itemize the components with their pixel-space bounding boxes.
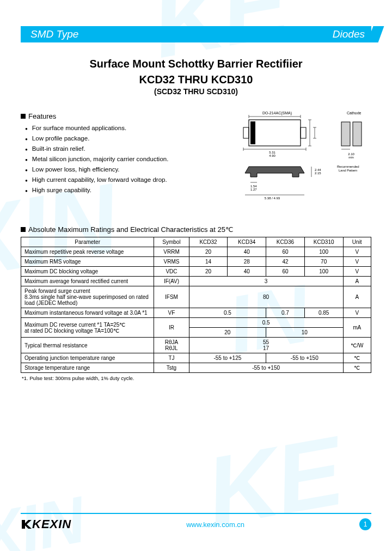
page-footer: KEXIN www.kexin.com.cn 1 [21, 513, 371, 531]
feature-item: Built-in strain relief. [21, 145, 213, 152]
table-row: Maximum RMS voltage VRMS 14 28 42 70 V [21, 257, 371, 267]
svg-rect-0 [249, 120, 301, 146]
svg-rect-3 [301, 127, 306, 138]
page-number: 1 [359, 518, 371, 530]
pkg-label: DO-214AC(SMA) [262, 111, 292, 115]
col-part: KCD32 [189, 237, 228, 247]
title-partno: KCD32 THRU KCD310 [21, 74, 371, 86]
header-right: Diodes [333, 28, 365, 40]
table-row: Maximum repetitive peak reverse voltage … [21, 247, 371, 257]
svg-text:5.38 / 4.93: 5.38 / 4.93 [265, 197, 280, 200]
svg-text:2.15: 2.15 [315, 172, 321, 175]
col-part: KCD34 [228, 237, 266, 247]
table-row: Operating junction temperature range TJ … [21, 353, 371, 363]
brand-logo: KEXIN [21, 517, 71, 531]
feature-item: For surface mounted applications. [21, 125, 213, 131]
col-param: Parameter [21, 237, 154, 247]
col-part: KCD36 [266, 237, 305, 247]
table-header-row: Parameter Symbol KCD32 KCD34 KCD36 KCD31… [21, 237, 371, 247]
table-footnote: *1. Pulse test: 300ms pulse width, 1% du… [21, 375, 371, 381]
title-alt-partno: (SCD32 THRU SCD310) [21, 87, 371, 96]
col-unit: Unit [343, 237, 371, 247]
cathode-label: Cathode [347, 111, 362, 115]
table-row: Typical thermal resistance RθJA RθJL 55 … [21, 338, 371, 353]
svg-rect-1 [250, 121, 255, 144]
table-row: Maximum instantaneous forward voltage at… [21, 308, 371, 318]
feature-item: Low profile package. [21, 135, 213, 142]
ratings-heading: Absolute Maximum Ratings and Electrical … [21, 225, 371, 234]
header-left: SMD Type [30, 28, 78, 40]
features-section: Features For surface mounted application… [21, 109, 213, 204]
col-symbol: Symbol [154, 237, 189, 247]
feature-item: High current capability, low forward vol… [21, 176, 213, 183]
svg-text:min: min [348, 156, 354, 159]
title-block: Surface Mount Schottky Barrier Rectifiie… [21, 58, 371, 96]
feature-item: High surge capability. [21, 187, 213, 193]
bullet-square-icon [21, 227, 26, 232]
logo-icon [21, 519, 32, 530]
svg-text:Land Pattern: Land Pattern [339, 169, 357, 172]
svg-rect-19 [353, 122, 362, 146]
title-main: Surface Mount Schottky Barrier Rectifiie… [21, 58, 371, 70]
svg-text:Recommended: Recommended [337, 165, 359, 168]
table-row: Peak forward surge current 8.3ms single … [21, 286, 371, 308]
bullet-square-icon [21, 114, 26, 119]
col-part: KCD310 [304, 237, 343, 247]
footer-url: www.kexin.com.cn [186, 521, 244, 529]
svg-rect-18 [341, 122, 350, 146]
category-header: SMD Type Diodes [21, 26, 371, 42]
table-row: Storage temperature range Tstg -55 to +1… [21, 363, 371, 373]
feature-item: Metal silicon junction, majority carrier… [21, 156, 213, 162]
table-row: Maximum average forward rectified curren… [21, 277, 371, 286]
svg-text:4.90: 4.90 [269, 154, 275, 157]
svg-rect-2 [243, 127, 249, 138]
features-heading: Features [28, 112, 56, 120]
feature-item: Low power loss, high efficiency. [21, 166, 213, 173]
svg-text:1.27: 1.27 [250, 188, 257, 191]
ratings-table: Parameter Symbol KCD32 KCD34 KCD36 KCD31… [21, 237, 371, 373]
table-row: Maximum DC blocking voltage VDC 20 40 60… [21, 267, 371, 277]
feature-list: For surface mounted applications. Low pr… [21, 125, 213, 193]
table-row: Maximum DC reverse current *1 TA=25℃ at … [21, 318, 371, 328]
package-diagram: DO-214AC(SMA) Cathode 5.31 [230, 109, 371, 204]
